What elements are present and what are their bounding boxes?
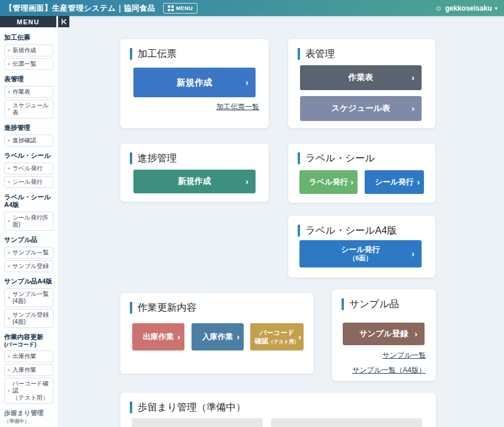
sidebar-item-label-hakko[interactable]: ラベル発行 <box>4 162 53 174</box>
collapse-sidebar-icon <box>60 18 67 25</box>
card-kako-denpyo: 加工伝票 新規作成 › 加工伝票一覧 <box>120 39 269 128</box>
label-hakko-button[interactable]: ラベル発行 › <box>299 170 358 194</box>
sidebar-section-shinchoku: 進捗管理 進捗確認 <box>4 124 53 146</box>
bullet-icon <box>8 91 10 93</box>
kako-denpyo-ichiran-link[interactable]: 加工伝票一覧 <box>216 102 259 112</box>
sidebar-item-sample-toroku-4men[interactable]: サンプル登録(4面) <box>4 309 53 328</box>
sidebar-item-seal-hakko-6men[interactable]: シール発行(6面) <box>4 212 53 231</box>
sidebar-menu-bar: MENU <box>0 16 69 27</box>
bullet-icon <box>8 139 10 142</box>
bullet-icon <box>8 108 10 110</box>
chevron-right-icon: › <box>298 332 301 343</box>
card-title: 表管理 <box>298 47 426 60</box>
title-accent-bar <box>298 225 300 237</box>
sidebar-menu-button[interactable]: MENU <box>0 16 56 27</box>
sidebar-item-sagyohyo[interactable]: 作業表 <box>4 86 53 98</box>
caret-down-icon: ▾ <box>495 5 497 11</box>
sidebar-item-barcode-kakunin[interactable]: バーコード確認 （テスト用） <box>4 378 53 404</box>
sidebar-section-note: （準備中） <box>4 418 30 424</box>
card-title: ラベル・シールA4版 <box>298 224 426 237</box>
sidebar-section-title: 歩留まり管理（準備中） <box>4 409 53 425</box>
sidebar-item-nyuko-sagyo[interactable]: 入庫作業 <box>4 364 53 376</box>
bullet-icon <box>8 49 10 52</box>
bullet-icon <box>8 369 10 371</box>
sidebar-section-label-seal-a4: ラベル・シールA4版 シール発行(6面) <box>4 193 53 231</box>
sidebar-item-seal-hakko[interactable]: シール発行 <box>4 176 53 188</box>
chevron-right-icon: › <box>414 329 417 340</box>
sagyohyo-button[interactable]: 作業表 › <box>300 65 422 90</box>
chevron-right-icon: › <box>412 103 414 114</box>
budomari-disabled-button-2 <box>271 418 422 427</box>
user-menu[interactable]: ☺ gekkoseisaku ▾ <box>435 4 497 12</box>
sample-ichiran-link[interactable]: サンプル一覧 <box>382 350 426 361</box>
card-title: 進捗管理 <box>130 152 259 165</box>
chevron-right-icon: › <box>412 248 414 260</box>
sidebar-section-title: 加工伝票 <box>4 34 53 42</box>
sidebar-item-shukko-sagyo[interactable]: 出庫作業 <box>4 350 53 362</box>
sidebar-section-title: サンプル品A4版 <box>4 278 53 285</box>
bullet-icon <box>8 265 10 267</box>
sidebar-section-sample: サンプル品 サンプル一覧 サンプル登録 <box>4 236 53 272</box>
kako-shinki-sakusei-button[interactable]: 新規作成 › <box>133 68 256 97</box>
bullet-icon <box>8 251 10 254</box>
card-label-seal: ラベル・シール ラベル発行 › シール発行 › <box>288 144 435 203</box>
bullet-icon <box>8 220 10 222</box>
title-accent-bar <box>130 401 132 413</box>
bullet-icon <box>8 355 10 358</box>
chevron-right-icon: › <box>412 72 414 84</box>
title-accent-bar <box>342 298 344 310</box>
chevron-right-icon: › <box>417 177 420 188</box>
seal-hakko-6men-button[interactable]: シール発行 （6面） › <box>299 240 422 267</box>
title-accent-bar <box>130 152 132 164</box>
sidebar-section-budomari: 歩留まり管理（準備中） 歩留まり状況確認 仕入重量管理 加工後Kg入力 <box>4 409 53 427</box>
sidebar-item-sample-ichiran-4men[interactable]: サンプル一覧(4面) <box>4 288 53 307</box>
shinchoku-shinki-sakusei-button[interactable]: 新規作成 › <box>133 170 256 193</box>
card-budomari-kanri: 歩留まり管理（準備中） <box>120 393 436 427</box>
bullet-icon <box>8 167 10 170</box>
header-menu-label: MENU <box>176 5 193 11</box>
title-accent-bar <box>298 48 300 60</box>
sidebar-item-sample-toroku[interactable]: サンプル登録 <box>4 260 53 272</box>
sidebar-item-schedule-hyo[interactable]: スケジュール表 <box>4 100 53 119</box>
sidebar-item-sample-ichiran[interactable]: サンプル一覧 <box>4 247 53 259</box>
card-title: サンプル品 <box>342 298 426 311</box>
sidebar-item-shinchoku-kakunin[interactable]: 進捗確認 <box>4 135 53 146</box>
card-title: 加工伝票 <box>130 47 259 60</box>
sample-toroku-button[interactable]: サンプル登録 › <box>343 323 425 345</box>
sidebar-section-title: 作業内容更新(バーコード) <box>4 333 53 348</box>
bullet-icon <box>8 297 10 299</box>
sidebar-section-label-seal: ラベル・シール ラベル発行 シール発行 <box>4 152 53 188</box>
sidebar-section-sample-a4: サンプル品A4版 サンプル一覧(4面) サンプル登録(4面) <box>4 278 53 328</box>
card-sample-hin: サンプル品 サンプル登録 › サンプル一覧 サンプル一覧（A4版） <box>332 289 436 381</box>
sidebar-section-title: サンプル品 <box>4 236 53 244</box>
sample-ichiran-a4-link[interactable]: サンプル一覧（A4版） <box>352 365 426 375</box>
sidebar-item-shinki-sakusei[interactable]: 新規作成 <box>4 44 53 56</box>
header-menu-button[interactable]: MENU <box>163 3 198 14</box>
bullet-icon <box>8 63 10 65</box>
barcode-kakunin-button[interactable]: バーコード 確認（テスト用） › <box>250 323 304 350</box>
card-shinchoku-kanri: 進捗管理 新規作成 › <box>120 144 269 202</box>
chevron-right-icon: › <box>177 332 180 343</box>
card-title: 歩留まり管理（準備中） <box>130 401 426 414</box>
user-name: gekkoseisaku <box>445 4 492 12</box>
collapse-sidebar-button[interactable] <box>58 16 69 27</box>
top-header: 【管理画面】生産管理システム｜協同食品 MENU ☺ gekkoseisaku … <box>0 0 504 16</box>
seal-hakko-button[interactable]: シール発行 › <box>365 170 424 194</box>
app-title: 【管理画面】生産管理システム｜協同食品 <box>5 3 155 14</box>
card-label-seal-a4: ラベル・シールA4版 シール発行 （6面） › <box>288 216 435 278</box>
title-accent-bar <box>130 302 132 314</box>
schedule-hyo-button[interactable]: スケジュール表 › <box>300 96 422 121</box>
chevron-right-icon: › <box>237 332 240 343</box>
shukko-sagyo-button[interactable]: 出庫作業 › <box>132 323 184 350</box>
card-title: 作業更新内容 <box>130 301 304 314</box>
sidebar-section-kako-denpyo: 加工伝票 新規作成 伝票一覧 <box>4 34 53 70</box>
bullet-icon <box>8 317 10 320</box>
bullet-icon <box>8 390 10 392</box>
budomari-disabled-button-1 <box>132 418 263 427</box>
chevron-right-icon: › <box>245 176 248 187</box>
nyuko-sagyo-button[interactable]: 入庫作業 › <box>192 323 244 350</box>
title-accent-bar <box>298 152 300 164</box>
sidebar-item-denpyo-ichiran[interactable]: 伝票一覧 <box>4 58 53 70</box>
card-hyo-kanri: 表管理 作業表 › スケジュール表 › <box>288 39 435 128</box>
sidebar-section-title: ラベル・シール <box>4 152 53 160</box>
